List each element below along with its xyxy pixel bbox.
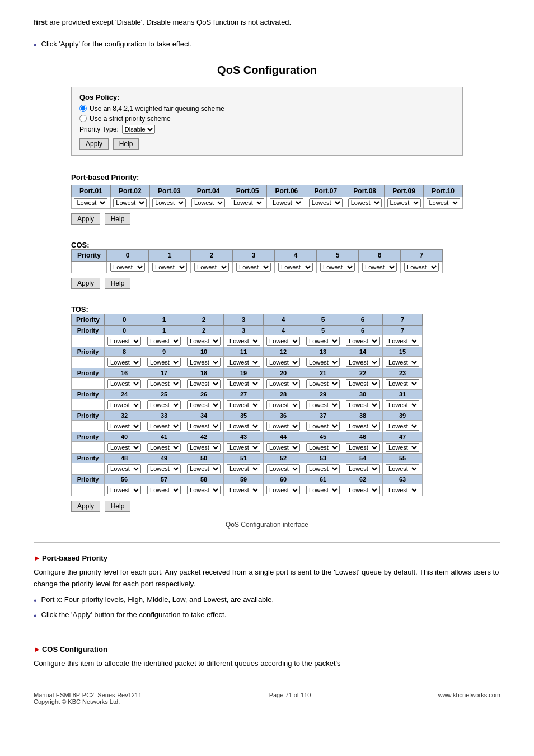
tos-select-1-4[interactable]: LowestLowMiddleHigh [266, 358, 300, 367]
tos-select-1-2[interactable]: LowestLowMiddleHigh [187, 358, 221, 367]
tos-select-1-0[interactable]: LowestLowMiddleHigh [107, 358, 141, 367]
tos-val-4-2[interactable]: LowestLowMiddleHigh [184, 420, 224, 432]
tos-select-4-0[interactable]: LowestLowMiddleHigh [107, 422, 141, 431]
tos-val-3-0[interactable]: LowestLowMiddleHigh [105, 399, 144, 410]
tos-val-1-5[interactable]: LowestLowMiddleHigh [303, 356, 343, 368]
tos-val-7-1[interactable]: LowestLowMiddleHigh [144, 484, 184, 496]
tos-select-3-3[interactable]: LowestLowMiddleHigh [227, 400, 260, 409]
qos-policy-apply-button[interactable]: Apply [79, 138, 109, 150]
tos-val-7-5[interactable]: LowestLowMiddleHigh [303, 484, 343, 496]
tos-val-5-6[interactable]: LowestLowMiddleHigh [343, 441, 383, 453]
tos-select-3-2[interactable]: LowestLowMiddleHigh [187, 400, 221, 409]
tos-val-0-5[interactable]: LowestLowMiddleHigh [303, 335, 343, 347]
tos-select-6-0[interactable]: LowestLowMiddleHigh [107, 464, 141, 473]
tos-val-2-4[interactable]: LowestLowMiddleHigh [264, 377, 303, 389]
port-select-5[interactable]: LowestLowMiddleHigh [270, 198, 303, 207]
tos-select-3-4[interactable]: LowestLowMiddleHigh [266, 400, 300, 409]
tos-select-4-3[interactable]: LowestLowMiddleHigh [227, 422, 260, 431]
tos-val-5-2[interactable]: LowestLowMiddleHigh [184, 441, 224, 453]
tos-select-5-6[interactable]: LowestLowMiddleHigh [346, 443, 380, 452]
tos-select-4-7[interactable]: LowestLowMiddleHigh [386, 422, 419, 431]
tos-val-5-3[interactable]: LowestLowMiddleHigh [224, 441, 264, 453]
tos-val-2-3[interactable]: LowestLowMiddleHigh [224, 377, 264, 389]
tos-val-7-7[interactable]: LowestLowMiddleHigh [383, 484, 423, 496]
cos-select-6[interactable]: LowestLowMiddleHigh [362, 263, 397, 272]
tos-val-0-4[interactable]: LowestLowMiddleHigh [264, 335, 303, 347]
tos-select-6-3[interactable]: LowestLowMiddleHigh [227, 464, 260, 473]
port-select-8[interactable]: LowestLowMiddleHigh [387, 198, 421, 207]
tos-val-5-7[interactable]: LowestLowMiddleHigh [383, 441, 423, 453]
tos-select-3-6[interactable]: LowestLowMiddleHigh [346, 400, 380, 409]
tos-select-6-5[interactable]: LowestLowMiddleHigh [306, 464, 340, 473]
tos-select-0-6[interactable]: LowestLowMiddleHigh [346, 337, 380, 346]
tos-select-1-7[interactable]: LowestLowMiddleHigh [386, 358, 419, 367]
tos-select-7-4[interactable]: LowestLowMiddleHigh [266, 486, 300, 494]
radio-weighted[interactable] [79, 105, 87, 112]
tos-val-1-6[interactable]: LowestLowMiddleHigh [343, 356, 383, 368]
tos-select-2-6[interactable]: LowestLowMiddleHigh [346, 379, 380, 388]
tos-select-1-5[interactable]: LowestLowMiddleHigh [306, 358, 340, 367]
port-apply-button[interactable]: Apply [71, 213, 100, 225]
tos-select-1-6[interactable]: LowestLowMiddleHigh [346, 358, 380, 367]
tos-val-row-0[interactable]: LowestLowMiddleHighLowestLowMiddleHighLo… [72, 335, 423, 347]
tos-val-row-1[interactable]: LowestLowMiddleHighLowestLowMiddleHighLo… [72, 356, 423, 368]
cos-select-4[interactable]: LowestLowMiddleHigh [278, 263, 313, 272]
tos-val-2-0[interactable]: LowestLowMiddleHigh [105, 377, 144, 389]
tos-select-2-5[interactable]: LowestLowMiddleHigh [306, 379, 340, 388]
radio-strict[interactable] [79, 115, 87, 122]
tos-apply-button[interactable]: Apply [71, 501, 100, 512]
cos-select-3[interactable]: LowestLowMiddleHigh [236, 263, 271, 272]
tos-select-6-2[interactable]: LowestLowMiddleHigh [187, 464, 221, 473]
tos-select-7-5[interactable]: LowestLowMiddleHigh [306, 486, 340, 494]
tos-val-0-7[interactable]: LowestLowMiddleHigh [383, 335, 423, 347]
cos-apply-button[interactable]: Apply [71, 278, 100, 289]
tos-val-0-6[interactable]: LowestLowMiddleHigh [343, 335, 383, 347]
port-value-4[interactable]: LowestLowMiddleHigh [228, 197, 267, 208]
tos-val-row-7[interactable]: LowestLowMiddleHighLowestLowMiddleHighLo… [72, 484, 423, 496]
tos-val-4-7[interactable]: LowestLowMiddleHigh [383, 420, 423, 432]
tos-val-4-3[interactable]: LowestLowMiddleHigh [224, 420, 264, 432]
tos-select-1-3[interactable]: LowestLowMiddleHigh [227, 358, 260, 367]
tos-select-6-7[interactable]: LowestLowMiddleHigh [386, 464, 419, 473]
tos-val-6-4[interactable]: LowestLowMiddleHigh [264, 463, 303, 474]
tos-val-5-1[interactable]: LowestLowMiddleHigh [144, 441, 184, 453]
port-select-1[interactable]: LowestLowMiddleHigh [113, 198, 147, 207]
tos-select-5-0[interactable]: LowestLowMiddleHigh [107, 443, 141, 452]
tos-val-4-4[interactable]: LowestLowMiddleHigh [264, 420, 303, 432]
tos-val-row-5[interactable]: LowestLowMiddleHighLowestLowMiddleHighLo… [72, 441, 423, 453]
tos-val-4-1[interactable]: LowestLowMiddleHigh [144, 420, 184, 432]
tos-select-4-6[interactable]: LowestLowMiddleHigh [346, 422, 380, 431]
tos-val-row-4[interactable]: LowestLowMiddleHighLowestLowMiddleHighLo… [72, 420, 423, 432]
tos-val-7-3[interactable]: LowestLowMiddleHigh [224, 484, 264, 496]
tos-select-7-3[interactable]: LowestLowMiddleHigh [227, 486, 260, 494]
tos-select-6-6[interactable]: LowestLowMiddleHigh [346, 464, 380, 473]
tos-select-7-7[interactable]: LowestLowMiddleHigh [386, 486, 419, 494]
tos-val-4-5[interactable]: LowestLowMiddleHigh [303, 420, 343, 432]
tos-select-4-5[interactable]: LowestLowMiddleHigh [306, 422, 340, 431]
tos-select-2-2[interactable]: LowestLowMiddleHigh [187, 379, 221, 388]
cos-select-5[interactable]: LowestLowMiddleHigh [320, 263, 355, 272]
port-value-7[interactable]: LowestLowMiddleHigh [345, 197, 385, 208]
tos-val-3-3[interactable]: LowestLowMiddleHigh [224, 399, 264, 410]
tos-val-6-3[interactable]: LowestLowMiddleHigh [224, 463, 264, 474]
port-help-button[interactable]: Help [105, 213, 131, 225]
tos-help-button[interactable]: Help [105, 501, 131, 512]
tos-val-1-1[interactable]: LowestLowMiddleHigh [144, 356, 184, 368]
cos-value-2[interactable]: LowestLowMiddleHigh [191, 261, 233, 273]
cos-select-1[interactable]: LowestLowMiddleHigh [152, 263, 187, 272]
cos-select-0[interactable]: LowestLowMiddleHigh [110, 263, 145, 272]
tos-select-7-1[interactable]: LowestLowMiddleHigh [147, 486, 181, 494]
tos-val-3-7[interactable]: LowestLowMiddleHigh [383, 399, 423, 410]
tos-select-0-7[interactable]: LowestLowMiddleHigh [386, 337, 419, 346]
cos-value-3[interactable]: LowestLowMiddleHigh [233, 261, 275, 273]
tos-select-0-5[interactable]: LowestLowMiddleHigh [306, 337, 340, 346]
tos-val-0-0[interactable]: LowestLowMiddleHigh [105, 335, 144, 347]
port-select-0[interactable]: LowestLowMiddleHigh [74, 198, 107, 207]
tos-select-5-7[interactable]: LowestLowMiddleHigh [386, 443, 419, 452]
tos-val-0-1[interactable]: LowestLowMiddleHigh [144, 335, 184, 347]
tos-val-0-2[interactable]: LowestLowMiddleHigh [184, 335, 224, 347]
tos-val-7-4[interactable]: LowestLowMiddleHigh [264, 484, 303, 496]
tos-select-0-0[interactable]: LowestLowMiddleHigh [107, 337, 141, 346]
tos-val-6-2[interactable]: LowestLowMiddleHigh [184, 463, 224, 474]
tos-select-2-7[interactable]: LowestLowMiddleHigh [386, 379, 419, 388]
